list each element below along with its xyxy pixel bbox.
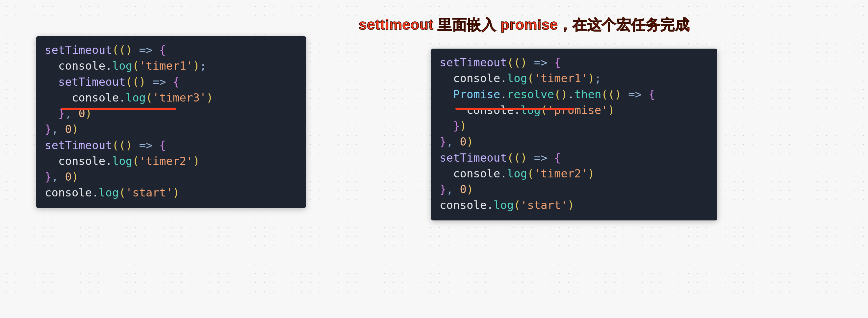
code-token	[548, 151, 554, 164]
code-token: setTimeout	[58, 75, 126, 89]
canvas: settimeout 里面嵌入 promise，在这个宏任务完成 setTime…	[0, 0, 868, 318]
code-token	[45, 107, 58, 120]
code-token: log	[99, 186, 119, 199]
code-token	[440, 119, 453, 132]
code-token: ()	[514, 151, 527, 164]
code-token: 'start'	[126, 186, 173, 199]
underline-right-promise-resolve	[455, 108, 575, 110]
code-token: (	[527, 167, 534, 180]
code-token: }	[440, 183, 446, 196]
code-token: setTimeout	[45, 43, 112, 57]
code-token: console	[467, 104, 514, 117]
code-line: Promise.resolve().then(() => {	[440, 86, 709, 102]
code-token: log	[126, 91, 146, 104]
code-token: )	[567, 199, 574, 212]
annotation-text: settimeout 里面嵌入 promise，在这个宏任务完成	[359, 15, 690, 35]
code-token: =>	[139, 139, 153, 152]
code-line: }, 0)	[440, 134, 709, 149]
code-token: )	[467, 135, 473, 148]
code-line: console.log('timer1');	[45, 58, 298, 74]
code-token: (	[112, 139, 119, 152]
code-token	[45, 59, 58, 72]
code-token: .	[500, 88, 507, 101]
code-token	[622, 88, 628, 101]
code-token	[440, 104, 467, 117]
code-token	[132, 43, 139, 57]
code-token: )	[193, 59, 199, 72]
code-token: .	[487, 199, 493, 212]
code-token: 0	[65, 170, 71, 183]
code-token: console	[45, 186, 92, 199]
code-token: (	[146, 91, 152, 104]
code-token: (	[132, 59, 139, 72]
code-line: setTimeout(() => {	[440, 150, 709, 166]
code-token: )	[588, 72, 594, 85]
code-token: ()	[132, 75, 146, 89]
code-token	[453, 183, 460, 196]
code-token: 'timer2'	[139, 154, 193, 168]
code-line: console.log('timer2')	[440, 166, 709, 181]
code-line: console.log('timer3')	[45, 90, 298, 105]
code-token: 'timer2'	[534, 167, 588, 180]
code-token: =>	[139, 43, 153, 57]
code-token: )	[72, 170, 78, 183]
code-token: resolve	[507, 88, 554, 101]
code-token: 0	[460, 135, 466, 148]
code-token: (	[112, 43, 119, 57]
code-token: {	[554, 56, 561, 69]
code-token: setTimeout	[440, 56, 507, 69]
code-token: (	[119, 186, 125, 199]
code-token: (	[527, 72, 534, 85]
code-token: )	[72, 122, 78, 136]
code-token: 'start'	[521, 199, 567, 212]
code-token: log	[112, 59, 132, 72]
code-token: .	[500, 167, 507, 180]
code-token: log	[112, 154, 132, 168]
code-token	[153, 43, 159, 57]
code-token: )	[467, 183, 473, 196]
code-token: =>	[534, 56, 548, 69]
code-token	[132, 139, 139, 152]
code-token: )	[608, 104, 615, 117]
code-token	[45, 91, 72, 104]
underline-left-settimeout	[61, 108, 176, 110]
code-token: setTimeout	[45, 139, 112, 152]
code-token: }	[453, 119, 460, 132]
code-token: log	[507, 167, 527, 180]
code-token: .	[514, 104, 520, 117]
code-line: }, 0)	[45, 169, 298, 185]
code-token: (	[126, 75, 132, 89]
code-token: )	[460, 119, 466, 132]
code-token: ;	[200, 59, 206, 72]
code-token: .	[92, 186, 98, 199]
code-token: {	[173, 75, 179, 89]
code-token	[58, 170, 65, 183]
code-line: setTimeout(() => {	[45, 137, 298, 153]
code-token: (	[540, 104, 547, 117]
code-token: }	[45, 122, 51, 136]
code-line: console.log('start')	[45, 185, 298, 201]
code-block-left: setTimeout(() => { console.log('timer1')…	[36, 36, 306, 208]
code-token: Promise	[453, 88, 500, 101]
code-token	[58, 122, 65, 136]
code-token: ,	[51, 122, 58, 136]
code-token	[45, 154, 58, 168]
code-token: =>	[628, 88, 642, 101]
code-token: 'timer1'	[139, 59, 193, 72]
code-token: =>	[534, 151, 548, 164]
code-token	[153, 139, 159, 152]
code-token: ()	[608, 88, 622, 101]
code-token: ()	[119, 139, 132, 152]
code-token: .	[500, 72, 507, 85]
code-token: 'promise'	[548, 104, 608, 117]
code-token: 'timer1'	[534, 72, 588, 85]
code-token	[642, 88, 648, 101]
code-line: setTimeout(() => {	[440, 55, 709, 70]
code-token: .	[105, 154, 112, 168]
code-token: ,	[446, 135, 453, 148]
code-line: console.log('start')	[440, 197, 709, 213]
code-token	[527, 151, 534, 164]
code-token: (	[507, 56, 514, 69]
code-token	[440, 88, 453, 101]
code-token	[453, 135, 460, 148]
